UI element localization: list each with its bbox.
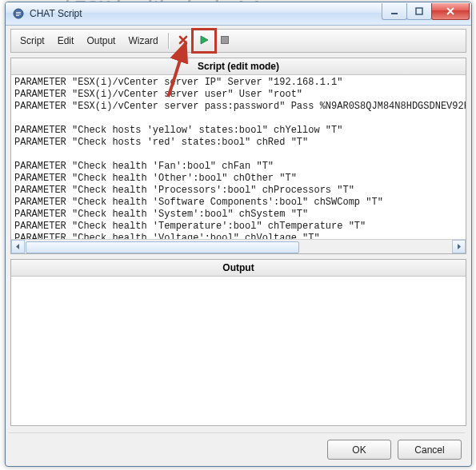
scroll-thumb[interactable]: [26, 241, 299, 253]
clear-button[interactable]: [174, 31, 193, 50]
cancel-button[interactable]: Cancel: [398, 440, 462, 460]
toolbar-separator: [168, 33, 170, 49]
output-panel-title: Output: [11, 260, 466, 277]
window-title: CHAT Script: [30, 8, 82, 19]
dialog-button-row: OK Cancel: [9, 432, 465, 460]
svg-rect-2: [416, 8, 422, 14]
run-button[interactable]: [194, 31, 214, 50]
toolbar: Script Edit Output Wizard: [10, 29, 466, 53]
scroll-left-arrow[interactable]: [11, 240, 25, 253]
svg-rect-3: [221, 36, 228, 43]
script-panel: Script (edit mode) PARAMETER "ESX(i)/vCe…: [10, 58, 466, 254]
scroll-right-arrow[interactable]: [452, 240, 466, 253]
menu-script[interactable]: Script: [14, 30, 51, 52]
maximize-button[interactable]: [406, 3, 432, 20]
stop-icon: [219, 34, 230, 48]
script-editor[interactable]: PARAMETER "ESX(i)/vCenter server IP" Ser…: [11, 75, 466, 239]
close-button[interactable]: [431, 3, 470, 20]
menu-output[interactable]: Output: [80, 30, 122, 52]
minimize-button[interactable]: [382, 3, 407, 20]
ok-button[interactable]: OK: [327, 440, 391, 460]
script-panel-title: Script (edit mode): [11, 58, 466, 75]
app-icon: [12, 7, 25, 20]
output-area[interactable]: [11, 277, 466, 425]
svg-rect-1: [391, 13, 398, 14]
play-icon: [198, 34, 210, 48]
menu-edit[interactable]: Edit: [51, 30, 81, 52]
output-panel: Output: [10, 259, 466, 426]
menu-wizard[interactable]: Wizard: [122, 30, 164, 52]
titlebar[interactable]: CHAT Script: [6, 2, 471, 26]
stop-button[interactable]: [215, 31, 234, 50]
x-icon: [178, 34, 189, 48]
script-horizontal-scrollbar[interactable]: [11, 239, 466, 253]
chat-script-window: CHAT Script Script Edit Output Wizard: [5, 2, 472, 467]
